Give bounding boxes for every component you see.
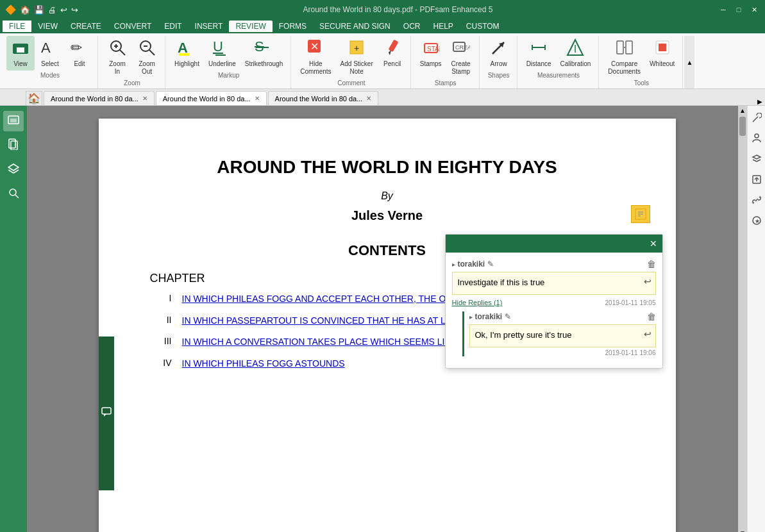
add-sticker-label: Add StickerNote [340,60,373,76]
tab-1[interactable]: Around the World in 80 da... ✕ [44,91,155,105]
sticky-note-icon[interactable] [631,205,650,223]
ribbon-btn-edit[interactable]: ✏ Edit [65,36,94,71]
tab-3[interactable]: Around the World in 80 da... ✕ [268,91,379,105]
svg-text:★: ★ [755,218,760,224]
arrow-label: Arrow [491,60,507,68]
svg-line-56 [753,160,757,162]
whiteout-label: Whiteout [650,60,675,68]
underline-icon: U [213,38,231,59]
ribbon-btn-pencil[interactable]: Pencil [378,36,407,71]
menu-help[interactable]: HELP [426,21,459,32]
scrollbar-thumb[interactable] [739,117,746,136]
menu-ocr[interactable]: OCR [397,21,427,32]
minimize-button[interactable]: ─ [718,4,729,15]
ribbon-btn-strikethrough[interactable]: S Strikethrough [241,36,287,71]
modes-group-label: Modes [40,71,60,81]
stamps-group-label: Stamps [435,78,457,88]
left-sidebar [0,106,27,532]
ribbon-btn-zoom-out[interactable]: ZoomOut [133,36,161,78]
ribbon-group-stamps: STAMP Stamps CREATE CreateStamp Stamps [412,36,480,88]
comment-item-2: ▸ torakiki ✎ 🗑 Ok, I'm pretty sure it's … [469,312,656,356]
ribbon-btn-add-sticker[interactable]: + Add StickerNote [337,36,377,78]
ribbon-btn-calibration[interactable]: Calibration [557,36,595,71]
ribbon-group-comment: ✕ HideComments + Add StickerNote Pencil [292,36,411,88]
vertical-scrollbar[interactable]: ▲ ▼ [738,106,747,532]
pdf-area: ▲ ▼ AROUND THE WORLD IN EIGHTY DAYS By J… [27,106,747,532]
ribbon-btn-hide-comments[interactable]: ✕ HideComments [296,36,335,78]
chapter-link-4[interactable]: IN WHICH PHILEAS FOGG ASTOUNDS [182,358,345,370]
tab-1-close[interactable]: ✕ [142,95,147,102]
scroll-up-btn[interactable]: ▲ [739,107,746,114]
markup-group-label: Markup [218,71,239,81]
pdf-page: AROUND THE WORLD IN EIGHTY DAYS By Jules… [99,119,676,532]
ribbon-btn-whiteout[interactable]: Whiteout [646,36,678,71]
menu-view[interactable]: VIEW [31,21,64,32]
maximize-button[interactable]: □ [733,4,744,15]
menu-forms[interactable]: FORMS [273,21,313,32]
right-tool-people[interactable] [750,131,764,145]
hide-comments-icon: ✕ [307,38,324,59]
comment-close-button[interactable]: ✕ [650,238,657,249]
ribbon-btn-stamps[interactable]: STAMP Stamps [416,36,446,71]
tab-scroll-btn[interactable]: ▶ [755,98,765,105]
title-bar: 🔶 🏠 💾 🖨 ↩ ↪ Around the World in 80 days.… [0,0,765,19]
whiteout-icon [653,38,671,59]
menu-insert[interactable]: INSERT [189,21,230,32]
menu-custom[interactable]: CUSTOM [460,21,506,32]
tools-group-label: Tools [634,78,649,88]
sidebar-btn-layers[interactable] [3,160,24,180]
comment-expand-icon-1[interactable]: ▸ [452,261,455,268]
svg-text:A: A [41,40,51,56]
ribbon-collapse[interactable]: ▲ [684,36,694,88]
scroll-down-btn[interactable]: ▼ [739,529,746,532]
right-tool-layers[interactable] [750,152,764,166]
tab-home-icon[interactable]: 🏠 [26,91,42,105]
svg-text:✕: ✕ [310,41,319,52]
ribbon-btn-create-stamp[interactable]: CREATE CreateStamp [447,36,475,78]
menu-file[interactable]: FILE [3,21,31,32]
ribbon-btn-arrow[interactable]: Arrow [485,36,513,71]
menu-review[interactable]: REVIEW [229,21,272,32]
comment-delete-btn-2[interactable]: 🗑 [647,312,656,322]
sidebar-btn-view[interactable] [3,111,24,131]
menu-create[interactable]: CREATE [64,21,108,32]
comment-user-1: ▸ torakiki ✎ [452,260,494,269]
ribbon-btn-select[interactable]: A Select [36,36,64,71]
svg-marker-22 [389,50,391,55]
menu-secure[interactable]: SECURE AND SIGN [313,21,397,32]
quick-access-redo[interactable]: ↪ [71,5,78,15]
quick-access-save[interactable]: 💾 [34,5,44,15]
quick-access-undo[interactable]: ↩ [60,5,67,15]
menu-edit[interactable]: EDIT [158,21,188,32]
ribbon-btn-view[interactable]: View [6,36,35,71]
ribbon-btn-highlight[interactable]: A Highlight [171,36,203,71]
menu-convert[interactable]: CONVERT [108,21,158,32]
comment-sidebar-bubble-icon[interactable] [101,407,112,420]
comment-delete-btn-1[interactable]: 🗑 [647,259,656,269]
tab-2[interactable]: Around the World in 80 da... ✕ [156,91,267,105]
comment-edit-icon-2[interactable]: ✎ [505,312,511,321]
sidebar-btn-search[interactable] [3,184,24,204]
tab-3-close[interactable]: ✕ [366,95,371,102]
quick-access-print[interactable]: 🖨 [48,5,56,15]
comment-text-content-1: Investigate if this is true [458,278,545,287]
ribbon: View A Select ✏ Edit Modes [0,33,765,89]
hide-replies-link[interactable]: Hide Replies (1) [452,299,503,306]
close-button[interactable]: ✕ [748,4,760,15]
ribbon-btn-underline[interactable]: U Underline [205,36,240,71]
comment-reply-btn-1[interactable]: ↩ [644,276,652,287]
comment-reply-btn-2[interactable]: ↩ [644,329,652,339]
sidebar-btn-pages[interactable] [3,135,24,156]
ribbon-btn-zoom-in[interactable]: ZoomIn [103,36,131,78]
ribbon-btn-distance[interactable]: Distance [523,36,555,71]
right-tool-badge[interactable]: ★ [750,213,764,228]
zoom-in-label: ZoomIn [109,60,126,76]
right-tool-wrench[interactable] [750,111,764,125]
tab-2-close[interactable]: ✕ [255,95,260,102]
ribbon-btn-compare-docs[interactable]: CompareDocuments [604,36,644,78]
comment-reply-thread: ▸ torakiki ✎ 🗑 Ok, I'm pretty sure it's … [462,312,656,356]
comment-edit-icon-1[interactable]: ✎ [487,260,494,269]
right-tool-export[interactable] [750,172,764,187]
right-tool-link[interactable] [750,193,764,207]
quick-access-home[interactable]: 🏠 [20,5,30,15]
